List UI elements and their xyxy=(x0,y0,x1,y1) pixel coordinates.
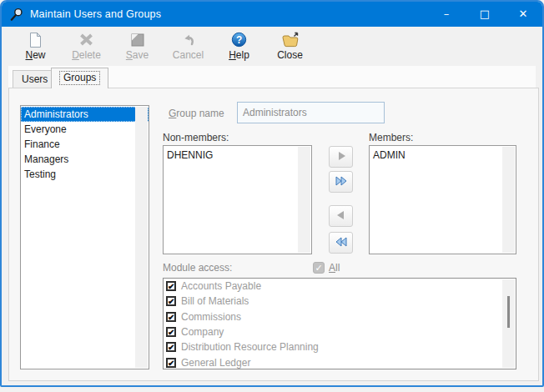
help-button-label: Help xyxy=(229,49,249,61)
module-checkbox[interactable]: ✔ xyxy=(166,327,176,337)
titlebar: Maintain Users and Groups – □ ✕ xyxy=(2,2,542,27)
group-list-item-managers[interactable]: Managers xyxy=(21,152,149,167)
remove-all-button[interactable] xyxy=(329,232,353,254)
remove-selected-button[interactable] xyxy=(329,205,353,227)
double-arrow-right-icon xyxy=(335,175,348,189)
all-modules-checkbox-label: All xyxy=(329,262,340,274)
module-row-general-ledger: ✔ General Ledger xyxy=(164,354,516,369)
arrow-left-icon xyxy=(335,209,347,224)
minimize-button[interactable]: – xyxy=(427,2,466,27)
module-label: Commissions xyxy=(181,311,241,323)
module-row-accounts-payable: ✔ Accounts Payable xyxy=(164,279,516,294)
delete-button[interactable]: Delete xyxy=(61,27,112,66)
group-name-label: Group name xyxy=(169,108,224,119)
save-icon xyxy=(131,30,144,49)
module-row-bill-of-materials: ✔ Bill of Materials xyxy=(164,294,516,309)
members-item-admin[interactable]: ADMIN xyxy=(370,148,516,163)
save-button-label: Save xyxy=(126,49,149,61)
help-icon: ? xyxy=(231,30,247,49)
svg-text:?: ? xyxy=(236,34,242,46)
non-members-item-dhennig[interactable]: DHENNIG xyxy=(164,148,311,163)
new-document-icon xyxy=(28,30,43,49)
tab-groups[interactable]: Groups xyxy=(51,68,108,88)
delete-button-label: Delete xyxy=(72,49,101,61)
group-list-item-finance[interactable]: Finance xyxy=(21,137,149,152)
add-selected-button[interactable] xyxy=(329,146,353,168)
save-button[interactable]: Save xyxy=(112,27,163,66)
close-button-label: Close xyxy=(277,49,303,61)
module-row-commissions: ✔ Commissions xyxy=(164,309,516,324)
delete-x-icon xyxy=(79,30,93,49)
magnifier-app-icon xyxy=(9,8,23,22)
module-label: Company xyxy=(181,326,224,338)
close-button[interactable]: Close xyxy=(264,27,315,66)
new-button-label: New xyxy=(25,49,45,61)
module-access-label: Module access: xyxy=(163,262,232,274)
members-scrollbar[interactable] xyxy=(502,147,515,253)
module-label: Distribution Resource Planning xyxy=(181,341,319,353)
window-title: Maintain Users and Groups xyxy=(30,8,161,20)
help-button[interactable]: ? Help xyxy=(214,27,264,66)
close-window-button[interactable]: ✕ xyxy=(504,2,542,27)
non-members-label: Non-members: xyxy=(163,132,229,143)
module-checkbox[interactable]: ✔ xyxy=(166,358,176,368)
group-list-scrollbar[interactable] xyxy=(135,107,148,368)
group-list-item-everyone[interactable]: Everyone xyxy=(21,122,149,137)
module-list-scrollbar-thumb[interactable] xyxy=(507,296,510,328)
module-checkbox[interactable]: ✔ xyxy=(166,281,176,291)
module-checkbox[interactable]: ✔ xyxy=(166,296,176,306)
module-label: General Ledger xyxy=(181,357,250,369)
caption-buttons: – □ ✕ xyxy=(427,2,542,27)
all-modules-checkbox[interactable]: ✓ xyxy=(313,262,325,274)
arrow-right-icon xyxy=(335,150,347,164)
non-members-scrollbar[interactable] xyxy=(298,147,310,253)
module-row-distribution-resource-planning: ✔ Distribution Resource Planning xyxy=(164,339,516,354)
module-checkbox[interactable]: ✔ xyxy=(166,312,176,322)
maintain-users-groups-window: Maintain Users and Groups – □ ✕ New De xyxy=(0,0,544,387)
cancel-button-label: Cancel xyxy=(173,49,204,61)
group-list-item-testing[interactable]: Testing xyxy=(21,167,149,182)
non-members-list: DHENNIG xyxy=(163,145,312,254)
toolbar: New Delete Save xyxy=(2,27,542,66)
group-list: Administrators Everyone Finance Managers… xyxy=(20,105,149,369)
cancel-button[interactable]: Cancel xyxy=(163,27,214,66)
module-row-company: ✔ Company xyxy=(164,324,516,339)
maximize-button[interactable]: □ xyxy=(466,2,504,27)
group-list-item-administrators[interactable]: Administrators xyxy=(21,107,149,122)
module-access-list: ✔ Accounts Payable ✔ Bill of Materials ✔… xyxy=(163,278,516,369)
group-name-input[interactable]: Administrators xyxy=(237,102,385,123)
tabstrip: Users Groups xyxy=(8,66,536,88)
new-button[interactable]: New xyxy=(10,27,61,66)
tab-groups-label: Groups xyxy=(60,72,99,84)
module-label: Accounts Payable xyxy=(181,280,261,292)
undo-icon xyxy=(181,30,196,49)
members-list: ADMIN xyxy=(369,145,516,254)
module-label: Bill of Materials xyxy=(181,295,249,307)
double-arrow-left-icon xyxy=(335,236,348,250)
module-checkbox[interactable]: ✔ xyxy=(166,342,176,352)
add-all-button[interactable] xyxy=(329,171,353,193)
close-folder-icon xyxy=(281,30,300,49)
members-label: Members: xyxy=(369,132,413,143)
